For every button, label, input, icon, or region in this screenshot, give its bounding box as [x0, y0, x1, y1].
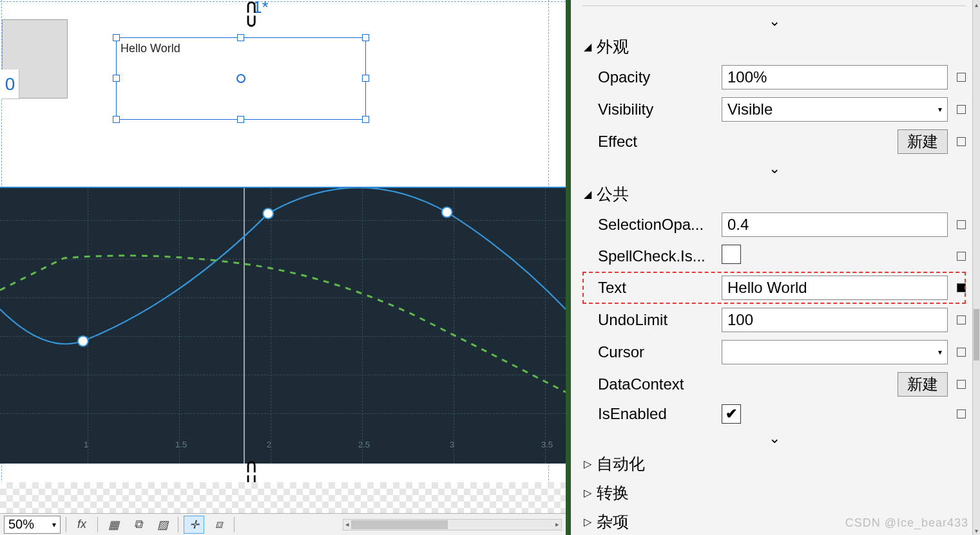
property-marker[interactable] — [957, 315, 966, 324]
collapse-section-button[interactable]: ⌄ — [582, 10, 966, 32]
resize-handle-n[interactable] — [237, 34, 244, 41]
row-undo-limit: UndoLimit 100 — [582, 304, 966, 336]
opacity-input[interactable]: 100% — [722, 65, 948, 89]
category-automation[interactable]: ▷ 自动化 — [582, 449, 966, 478]
datacontext-new-button[interactable]: 新建 — [898, 372, 948, 397]
selected-textbox[interactable]: Hello World — [116, 37, 366, 120]
property-marker[interactable] — [957, 380, 966, 389]
designer-canvas[interactable]: 1* ⊂⊃ 0 Hello World — [0, 0, 571, 535]
property-marker[interactable] — [957, 137, 966, 146]
axis-tick: 1.5 — [175, 440, 187, 449]
prop-label: IsEnabled — [598, 405, 713, 423]
category-label: 杂项 — [597, 511, 629, 532]
scrollbar-thumb[interactable] — [351, 520, 448, 529]
transparency-checker — [0, 482, 566, 513]
ruler-axis-label: 0 — [1, 70, 19, 99]
link-icon: ⊂⊃ — [242, 0, 262, 28]
snap-button[interactable]: ⧉ — [128, 516, 148, 534]
collapse-section-button[interactable]: ⌄ — [582, 427, 966, 449]
expand-icon: ◢ — [584, 188, 591, 200]
row-selection-opacity: SelectionOpa... 0.4 — [582, 209, 966, 241]
panel-toolbar — [582, 5, 966, 6]
axis-tick: 3.5 — [541, 440, 553, 449]
row-isenabled: IsEnabled ✔ — [582, 400, 966, 427]
scroll-down-icon[interactable]: ▾ — [973, 526, 980, 535]
axis-tick: 2 — [267, 440, 271, 449]
category-common[interactable]: ◢ 公共 — [582, 180, 966, 209]
timeline-chart[interactable]: 1 1.5 2 2.5 3 3.5 — [0, 187, 566, 464]
grid-view-button[interactable]: ▦ — [103, 516, 124, 534]
expand-icon: ◢ — [584, 41, 591, 53]
spellcheck-checkbox[interactable] — [722, 245, 741, 264]
axis-tick: 2.5 — [358, 440, 370, 449]
row-spellcheck: SpellCheck.Is... — [582, 241, 966, 272]
keyframe-point[interactable] — [263, 209, 273, 219]
chevron-down-icon: ▾ — [938, 348, 942, 357]
separator — [97, 517, 98, 532]
axis-tick: 3 — [450, 440, 454, 449]
row-effect: Effect 新建 — [582, 126, 966, 158]
visibility-combo[interactable]: Visible ▾ — [722, 97, 948, 122]
prop-label: DataContext — [598, 375, 713, 393]
panel-vertical-scrollbar[interactable]: ▴ ▾ — [972, 0, 980, 535]
textbox-text: Hello World — [120, 42, 180, 55]
property-marker[interactable] — [957, 73, 966, 82]
collapse-section-button[interactable]: ⌄ — [582, 158, 966, 180]
chevron-down-icon: ▾ — [938, 105, 942, 114]
category-appearance[interactable]: ◢ 外观 — [582, 32, 966, 61]
expand-icon: ▷ — [584, 487, 591, 499]
property-marker[interactable] — [957, 252, 966, 261]
ruler-top — [0, 0, 566, 2]
resize-handle-se[interactable] — [362, 116, 369, 123]
effects-grid-button[interactable]: ▨ — [152, 516, 173, 534]
keyframe-point[interactable] — [442, 207, 452, 218]
resize-handle-s[interactable] — [237, 116, 244, 123]
selection-center-handle[interactable] — [236, 74, 245, 83]
overlay-button[interactable]: ⧈ — [208, 516, 229, 534]
cursor-combo[interactable]: ▾ — [722, 340, 948, 364]
scrollbar-thumb[interactable] — [974, 309, 979, 361]
property-marker[interactable] — [957, 348, 966, 357]
category-label: 公共 — [597, 183, 629, 205]
prop-label: Effect — [598, 133, 713, 151]
undo-limit-input[interactable]: 100 — [722, 308, 948, 332]
resize-handle-sw[interactable] — [113, 116, 120, 123]
series-blue — [0, 188, 566, 344]
resize-handle-e[interactable] — [362, 75, 369, 82]
prop-label: UndoLimit — [598, 311, 713, 329]
fx-button[interactable]: fx — [72, 516, 92, 534]
property-marker[interactable] — [957, 220, 966, 229]
category-transform[interactable]: ▷ 转换 — [582, 478, 966, 507]
row-datacontext: DataContext 新建 — [582, 368, 966, 400]
category-label: 外观 — [597, 36, 629, 57]
keyframe-point[interactable] — [78, 336, 88, 346]
resize-handle-ne[interactable] — [362, 34, 369, 41]
zoom-combo[interactable]: 50% ▾ — [4, 516, 61, 534]
scroll-right-icon[interactable]: ▸ — [552, 520, 562, 530]
snap-lines-button[interactable]: ✛ — [184, 516, 204, 534]
resize-handle-w[interactable] — [113, 75, 120, 82]
expand-icon: ▷ — [584, 516, 591, 528]
property-marker[interactable] — [957, 283, 966, 292]
separator — [66, 517, 66, 532]
category-misc[interactable]: ▷ 杂项 — [582, 507, 966, 535]
isenabled-checkbox[interactable]: ✔ — [722, 404, 741, 424]
series-green — [0, 256, 566, 392]
prop-label: Text — [598, 279, 713, 297]
prop-label: SpellCheck.Is... — [598, 247, 713, 265]
chart-svg — [0, 188, 566, 462]
horizontal-scrollbar[interactable]: ◂ ▸ — [343, 519, 562, 530]
effect-new-button[interactable]: 新建 — [898, 129, 948, 154]
property-marker[interactable] — [957, 105, 966, 114]
scroll-up-icon[interactable]: ▴ — [973, 0, 980, 9]
category-label: 自动化 — [597, 453, 645, 474]
row-visibility: Visibility Visible ▾ — [582, 93, 966, 126]
category-label: 转换 — [597, 482, 629, 503]
prop-label: Opacity — [598, 68, 713, 86]
selection-opacity-input[interactable]: 0.4 — [722, 212, 948, 237]
text-input[interactable]: Hello World — [722, 276, 948, 300]
property-marker[interactable] — [957, 409, 966, 418]
expand-icon: ▷ — [584, 458, 591, 470]
resize-handle-nw[interactable] — [113, 34, 120, 41]
row-text: Text Hello World — [582, 272, 966, 304]
